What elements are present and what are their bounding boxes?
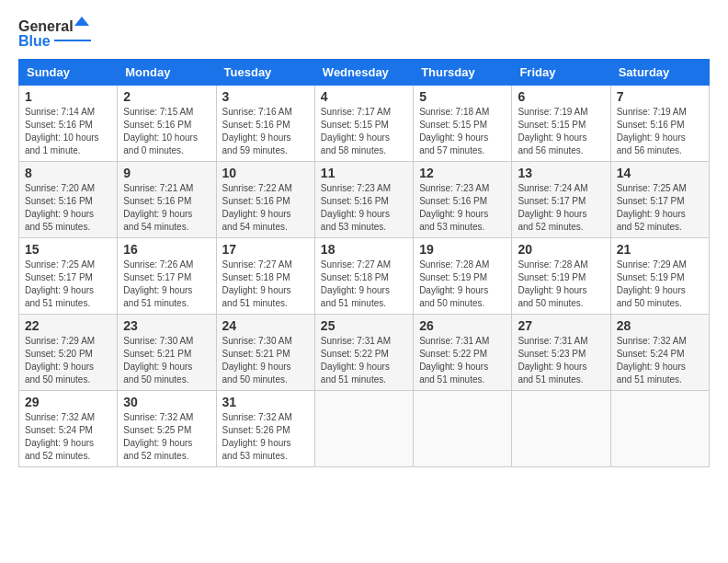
calendar-cell: 17Sunrise: 7:27 AMSunset: 5:18 PMDayligh… [216,238,314,315]
day-number: 27 [518,318,604,333]
calendar-cell: 16Sunrise: 7:26 AMSunset: 5:17 PMDayligh… [118,238,216,315]
calendar-cell: 25Sunrise: 7:31 AMSunset: 5:22 PMDayligh… [314,315,413,391]
day-number: 23 [123,318,210,333]
day-info: Sunrise: 7:29 AMSunset: 5:19 PMDaylight:… [617,259,703,310]
day-info: Sunrise: 7:29 AMSunset: 5:20 PMDaylight:… [25,335,111,386]
day-info: Sunrise: 7:30 AMSunset: 5:21 PMDaylight:… [123,335,210,386]
calendar-cell: 18Sunrise: 7:27 AMSunset: 5:18 PMDayligh… [314,238,413,315]
day-info: Sunrise: 7:32 AMSunset: 5:25 PMDaylight:… [123,411,210,463]
day-number: 16 [123,242,210,257]
calendar-cell: 29Sunrise: 7:32 AMSunset: 5:24 PMDayligh… [19,391,118,467]
calendar-cell: 4Sunrise: 7:17 AMSunset: 5:15 PMDaylight… [314,86,413,162]
calendar-cell: 24Sunrise: 7:30 AMSunset: 5:21 PMDayligh… [216,315,314,391]
day-info: Sunrise: 7:28 AMSunset: 5:19 PMDaylight:… [518,259,604,310]
column-header-saturday: Saturday [610,60,709,86]
day-info: Sunrise: 7:28 AMSunset: 5:19 PMDaylight:… [419,259,506,310]
day-number: 28 [617,318,703,333]
day-info: Sunrise: 7:20 AMSunset: 5:16 PMDaylight:… [25,182,111,234]
day-info: Sunrise: 7:15 AMSunset: 5:16 PMDaylight:… [123,106,210,157]
day-number: 14 [617,166,703,180]
calendar-cell: 15Sunrise: 7:25 AMSunset: 5:17 PMDayligh… [19,238,118,315]
calendar-cell: 30Sunrise: 7:32 AMSunset: 5:25 PMDayligh… [118,391,216,467]
calendar-cell: 9Sunrise: 7:21 AMSunset: 5:16 PMDaylight… [118,162,216,238]
calendar-cell: 14Sunrise: 7:25 AMSunset: 5:17 PMDayligh… [610,162,709,238]
day-number: 20 [518,242,604,257]
day-number: 21 [617,242,703,257]
day-info: Sunrise: 7:31 AMSunset: 5:22 PMDaylight:… [419,335,506,386]
day-info: Sunrise: 7:27 AMSunset: 5:18 PMDaylight:… [222,259,309,310]
calendar-cell: 3Sunrise: 7:16 AMSunset: 5:16 PMDaylight… [216,86,314,162]
day-number: 13 [518,166,604,180]
day-info: Sunrise: 7:16 AMSunset: 5:16 PMDaylight:… [222,106,309,157]
day-info: Sunrise: 7:31 AMSunset: 5:23 PMDaylight:… [518,335,604,386]
calendar-cell: 19Sunrise: 7:28 AMSunset: 5:19 PMDayligh… [414,238,512,315]
day-info: Sunrise: 7:32 AMSunset: 5:24 PMDaylight:… [617,335,703,386]
column-header-monday: Monday [118,60,216,86]
day-info: Sunrise: 7:19 AMSunset: 5:15 PMDaylight:… [518,106,604,157]
svg-marker-0 [74,17,89,26]
day-number: 18 [321,242,407,257]
day-number: 19 [419,242,506,257]
calendar-header-row: SundayMondayTuesdayWednesdayThursdayFrid… [19,60,710,86]
logo-blue-line: Blue [18,33,91,50]
calendar-cell: 13Sunrise: 7:24 AMSunset: 5:17 PMDayligh… [512,162,610,238]
calendar-cell: 27Sunrise: 7:31 AMSunset: 5:23 PMDayligh… [512,315,610,391]
calendar-cell: 11Sunrise: 7:23 AMSunset: 5:16 PMDayligh… [314,162,413,238]
day-info: Sunrise: 7:31 AMSunset: 5:22 PMDaylight:… [321,335,407,386]
day-number: 6 [518,89,604,104]
logo-flag-icon [74,17,89,31]
day-number: 5 [419,89,506,104]
calendar-cell: 2Sunrise: 7:15 AMSunset: 5:16 PMDaylight… [118,86,216,162]
day-info: Sunrise: 7:23 AMSunset: 5:16 PMDaylight:… [419,182,506,234]
calendar-table: SundayMondayTuesdayWednesdayThursdayFrid… [18,59,710,467]
day-info: Sunrise: 7:27 AMSunset: 5:18 PMDaylight:… [321,259,407,310]
calendar-cell: 26Sunrise: 7:31 AMSunset: 5:22 PMDayligh… [414,315,512,391]
day-info: Sunrise: 7:14 AMSunset: 5:16 PMDaylight:… [25,106,111,157]
day-number: 11 [321,166,407,180]
day-info: Sunrise: 7:17 AMSunset: 5:15 PMDaylight:… [321,106,407,157]
day-number: 10 [222,166,309,180]
day-number: 17 [222,242,309,257]
day-number: 9 [123,166,210,180]
day-info: Sunrise: 7:30 AMSunset: 5:21 PMDaylight:… [222,335,309,386]
column-header-thursday: Thursday [414,60,512,86]
calendar-cell [512,391,610,467]
day-number: 26 [419,318,506,333]
logo: General Blue [18,18,91,50]
calendar-cell: 10Sunrise: 7:22 AMSunset: 5:16 PMDayligh… [216,162,314,238]
day-number: 30 [123,395,210,409]
day-info: Sunrise: 7:26 AMSunset: 5:17 PMDaylight:… [123,259,210,310]
day-number: 24 [222,318,309,333]
day-number: 8 [25,166,111,180]
calendar-cell: 7Sunrise: 7:19 AMSunset: 5:16 PMDaylight… [610,86,709,162]
day-number: 15 [25,242,111,257]
day-number: 3 [222,89,309,104]
calendar-cell: 20Sunrise: 7:28 AMSunset: 5:19 PMDayligh… [512,238,610,315]
logo-blue-text: Blue [18,33,51,50]
day-info: Sunrise: 7:24 AMSunset: 5:17 PMDaylight:… [518,182,604,234]
calendar-cell: 31Sunrise: 7:32 AMSunset: 5:26 PMDayligh… [216,391,314,467]
day-number: 2 [123,89,210,104]
calendar-cell: 6Sunrise: 7:19 AMSunset: 5:15 PMDaylight… [512,86,610,162]
day-info: Sunrise: 7:32 AMSunset: 5:24 PMDaylight:… [25,411,111,463]
day-number: 22 [25,318,111,333]
day-info: Sunrise: 7:22 AMSunset: 5:16 PMDaylight:… [222,182,309,234]
calendar-cell: 28Sunrise: 7:32 AMSunset: 5:24 PMDayligh… [610,315,709,391]
day-number: 7 [617,89,703,104]
day-number: 31 [222,395,309,409]
column-header-friday: Friday [512,60,610,86]
calendar-cell: 21Sunrise: 7:29 AMSunset: 5:19 PMDayligh… [610,238,709,315]
day-info: Sunrise: 7:25 AMSunset: 5:17 PMDaylight:… [617,182,703,234]
day-info: Sunrise: 7:23 AMSunset: 5:16 PMDaylight:… [321,182,407,234]
day-info: Sunrise: 7:18 AMSunset: 5:15 PMDaylight:… [419,106,506,157]
calendar-cell: 22Sunrise: 7:29 AMSunset: 5:20 PMDayligh… [19,315,118,391]
logo-rule [54,40,91,41]
day-info: Sunrise: 7:25 AMSunset: 5:17 PMDaylight:… [25,259,111,310]
calendar-cell: 1Sunrise: 7:14 AMSunset: 5:16 PMDaylight… [19,86,118,162]
calendar-cell: 5Sunrise: 7:18 AMSunset: 5:15 PMDaylight… [414,86,512,162]
day-number: 12 [419,166,506,180]
day-info: Sunrise: 7:21 AMSunset: 5:16 PMDaylight:… [123,182,210,234]
day-number: 25 [321,318,407,333]
day-number: 4 [321,89,407,104]
day-info: Sunrise: 7:32 AMSunset: 5:26 PMDaylight:… [222,411,309,463]
